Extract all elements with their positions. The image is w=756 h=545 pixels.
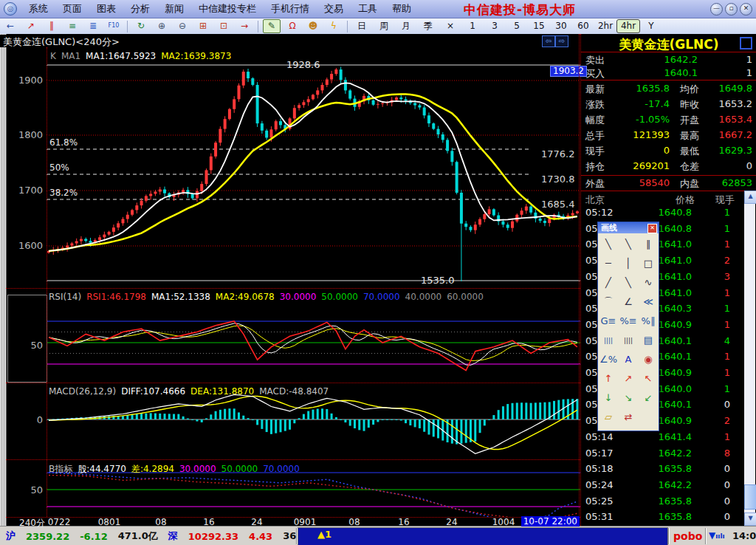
close-icon[interactable]: ✕ [647, 224, 657, 233]
scrollbar-thumb[interactable] [744, 484, 756, 510]
period-2hr[interactable]: 2hr [594, 20, 616, 32]
quote-separator [581, 52, 756, 52]
arrow-ne-tool-icon[interactable]: ↗ [619, 370, 639, 389]
rectangle-tool-icon[interactable]: □ [639, 255, 659, 274]
fib-pct-label: 50% [49, 162, 69, 173]
price-axis-label: 1800 [6, 129, 43, 140]
period-1[interactable]: 1 [461, 20, 484, 32]
parallel-lines-tool-icon[interactable]: ∥ [639, 236, 659, 255]
arc-tool-icon[interactable]: ⌒ [599, 293, 619, 312]
text-tool-tool-icon[interactable]: A [619, 351, 639, 370]
period-15[interactable]: 15 [528, 20, 550, 32]
alarm-bell-icon[interactable]: Ω [284, 19, 301, 33]
period-4hr[interactable]: 4hr [616, 19, 640, 33]
speed-lines-tool-icon[interactable]: ▤ [639, 332, 659, 351]
menu-图表[interactable]: 图表 [89, 3, 123, 14]
legend-rsi-item: RSI1:46.1798 [86, 292, 146, 302]
circle-tool-tool-icon[interactable]: ◉ [639, 351, 659, 370]
legend-rsi-item: 30.0000 [280, 292, 317, 302]
rsi-pane-canvas[interactable] [6, 289, 580, 383]
menu-系统[interactable]: 系统 [21, 3, 55, 14]
period-季[interactable]: 季 [417, 20, 439, 32]
chart-nav-next-icon[interactable]: ⇨ [555, 35, 568, 47]
eraser-tool-icon[interactable]: ▱ [599, 408, 619, 428]
slope-percent-tool-icon[interactable]: ∠% [599, 351, 619, 370]
wave-curve-tool-icon[interactable]: ∿ [639, 274, 659, 293]
period-日[interactable]: 日 [351, 20, 373, 32]
horizontal-line-tool-icon[interactable]: ─ [599, 255, 619, 274]
window-restore-button[interactable]: ▫ [725, 3, 738, 16]
menu-新闻[interactable]: 新闻 [157, 3, 191, 14]
menu-工具[interactable]: 工具 [351, 3, 385, 14]
fibonacci-timezones-tool-icon[interactable]: |||| [619, 332, 639, 351]
gann-fan-tool-icon[interactable]: ≪ [639, 293, 659, 312]
cycle-lines-tool-icon[interactable]: |||| [599, 332, 619, 351]
percent-lines-tool-icon[interactable]: %≡ [619, 312, 639, 332]
hotkey-flash-icon[interactable]: ϟ [325, 19, 343, 33]
refresh-icon[interactable]: ↻ [132, 19, 150, 33]
index-stat: -6.12 [80, 531, 107, 542]
period-30[interactable]: 30 [550, 20, 572, 32]
menu-帮助[interactable]: 帮助 [385, 3, 419, 14]
info-page-icon[interactable]: ≣ [84, 19, 102, 33]
period-Y[interactable]: Y [640, 20, 662, 32]
zoom-out-icon[interactable]: ⊖ [173, 19, 191, 33]
system-logo-icon[interactable]: ◎ [4, 2, 17, 16]
legend-b-item: 50.0000 [221, 464, 258, 474]
window-switch-icon[interactable]: ⊡ [215, 19, 233, 33]
period-月[interactable]: 月 [395, 20, 417, 32]
legend-main-item: K [50, 51, 56, 61]
users-icon[interactable]: ☻ [304, 19, 322, 33]
legend-b-item: 差:4.2894 [131, 464, 174, 474]
popout-icon[interactable] [740, 37, 752, 49]
down-line-tool-icon[interactable]: ╲ [619, 274, 639, 293]
menu-手机行情[interactable]: 手机行情 [264, 3, 317, 14]
quote-inout-row: 外盘 58540 内盘 62853 [585, 177, 752, 191]
empty-tool-icon [639, 408, 659, 428]
ray-line-tool-icon[interactable]: ╲ [619, 236, 639, 255]
menu-分析[interactable]: 分析 [123, 3, 157, 14]
angle-line-tool-icon[interactable]: ∠ [619, 293, 639, 312]
trend-line-tool-icon[interactable]: ╲ [599, 236, 619, 255]
period-×[interactable]: × [439, 20, 461, 32]
period-5[interactable]: 5 [506, 20, 528, 32]
x-tick: 16 [203, 517, 214, 527]
arrow-nw-tool-icon[interactable]: ↖ [639, 370, 659, 389]
draw-line-icon[interactable]: ✎ [263, 19, 281, 33]
window-close-button[interactable]: ✕ [740, 3, 752, 16]
tick-list-scrollbar[interactable]: ▲ ▼ [744, 191, 755, 526]
zoom-in-icon[interactable]: ⊕ [153, 19, 171, 33]
x-axis: 240分072208010816240901081624100410-07 22… [0, 517, 580, 527]
arrow-down-tool-icon[interactable]: ↓ [599, 389, 619, 408]
quote-list-icon[interactable]: ≡ [63, 19, 81, 33]
arrow-up-tool-icon[interactable]: ↑ [599, 370, 619, 389]
trend-chart-icon[interactable]: ↗ [22, 19, 40, 33]
drag-hand-icon[interactable]: ⊞ [194, 19, 212, 33]
vertical-line-tool-icon[interactable]: │ [619, 255, 639, 274]
up-line-tool-icon[interactable]: ╱ [599, 274, 619, 293]
scroll-down-icon[interactable]: ▼ [744, 513, 756, 526]
goto-column-icon[interactable]: → [236, 19, 253, 33]
legend-main-item: MA1:1647.5923 [86, 51, 156, 61]
chart-nav-prev-icon[interactable]: ⇦ [542, 35, 555, 47]
back-icon[interactable]: ← [1, 19, 19, 33]
kline-chart-icon[interactable]: ‖ [43, 19, 61, 33]
menu-交易[interactable]: 交易 [317, 3, 351, 14]
golden-section-tool-icon[interactable]: G≡ [599, 312, 619, 332]
arrow-sw-tool-icon[interactable]: ↙ [639, 389, 659, 408]
f10-icon[interactable]: F10 [105, 19, 123, 33]
period-60[interactable]: 60 [572, 20, 594, 32]
scroll-up-icon[interactable]: ▲ [744, 191, 756, 204]
percent-parallel-tool-icon[interactable]: %∥ [639, 312, 659, 332]
menu-中信建投专栏[interactable]: 中信建投专栏 [191, 3, 264, 14]
arrow-se-tool-icon[interactable]: ↘ [619, 389, 639, 408]
delete-all-tool-icon[interactable]: ⇄ [619, 408, 639, 428]
pane-divider [6, 288, 580, 289]
period-周[interactable]: 周 [373, 20, 395, 32]
period-3[interactable]: 3 [484, 20, 506, 32]
window-minimize-button[interactable]: — [710, 3, 723, 16]
quote-stat-row: 持仓 269201 仓差 0 [585, 160, 752, 174]
main-chart-canvas[interactable] [6, 47, 580, 288]
index-stat: 10292.33 [188, 531, 238, 542]
menu-页面[interactable]: 页面 [55, 3, 89, 14]
